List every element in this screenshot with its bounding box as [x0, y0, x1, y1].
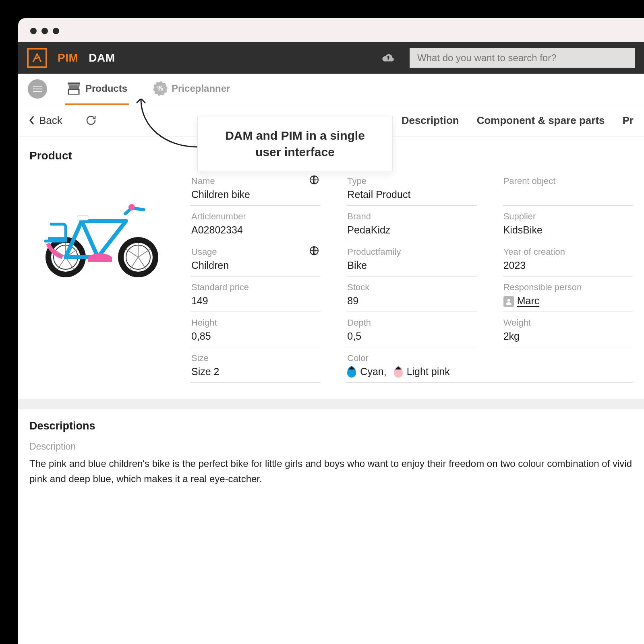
svg-rect-1 [68, 89, 79, 95]
field-price[interactable]: Standard price149 [191, 279, 321, 312]
browser-chrome: PIM DAM What do you want to search for? … [18, 18, 644, 644]
description-label: Description [29, 441, 633, 452]
subnav-products[interactable]: Products [67, 83, 127, 95]
back-button[interactable]: Back [29, 114, 62, 127]
field-responsible[interactable]: Responsible person Marc [503, 279, 633, 312]
nav-pim[interactable]: PIM [58, 52, 78, 64]
field-parent[interactable]: Parent object [503, 173, 633, 206]
descriptions-section: Descriptions Description The pink and bl… [18, 409, 644, 502]
store-icon [67, 83, 81, 95]
product-section: Product [18, 137, 644, 399]
refresh-icon[interactable] [85, 115, 97, 126]
section-title-descriptions: Descriptions [29, 420, 633, 432]
window-dot[interactable] [30, 28, 37, 34]
color-swatch-pink [394, 366, 403, 378]
field-productfamily[interactable]: ProductfamilyBike [346, 244, 476, 277]
person-icon [503, 296, 514, 307]
field-usage[interactable]: Usage Children [191, 244, 321, 277]
product-fields: Name Children bike TypeRetail Product Pa… [191, 173, 633, 383]
subnav-priceplanner[interactable]: % Priceplanner [154, 82, 230, 96]
tab-pr[interactable]: Pr [623, 114, 634, 127]
top-bar: PIM DAM What do you want to search for? [18, 42, 644, 74]
callout-box: DAM and PIM in a single user interface [197, 116, 393, 172]
svg-rect-20 [48, 237, 66, 241]
color-swatch-cyan [347, 366, 356, 378]
section-divider [18, 399, 644, 409]
svg-point-23 [507, 299, 510, 302]
tab-description[interactable]: Description [402, 114, 459, 127]
field-name[interactable]: Name Children bike [191, 173, 321, 206]
responsible-link[interactable]: Marc [517, 295, 540, 306]
globe-icon [309, 246, 319, 256]
svg-rect-18 [77, 215, 89, 220]
percent-icon: % [154, 82, 167, 95]
description-text: The pink and blue children's bike is the… [29, 456, 633, 486]
globe-icon [309, 175, 319, 185]
field-year[interactable]: Year of creation2023 [503, 244, 633, 277]
field-supplier[interactable]: SupplierKidsBike [503, 208, 633, 241]
content-area: Back Description Component & spare parts… [18, 104, 644, 644]
detail-tabs: Description Component & spare parts Pr [402, 114, 634, 127]
field-type[interactable]: TypeRetail Product [346, 173, 476, 206]
field-stock[interactable]: Stock89 [346, 279, 476, 312]
svg-point-19 [128, 204, 135, 211]
sub-navigation: Products % Priceplanner [18, 74, 644, 104]
field-weight[interactable]: Weight2kg [503, 314, 633, 347]
menu-button[interactable] [28, 79, 47, 99]
window-dot[interactable] [41, 28, 48, 34]
field-depth[interactable]: Depth0,5 [346, 314, 476, 347]
window-dot[interactable] [53, 28, 59, 34]
nav-dam[interactable]: DAM [89, 52, 115, 64]
field-color[interactable]: Color Cyan, Light pink [346, 350, 633, 383]
field-articlenumber[interactable]: ArticlenumberA02802334 [191, 208, 321, 241]
app-logo[interactable] [27, 48, 47, 68]
tab-spare-parts[interactable]: Component & spare parts [477, 114, 605, 127]
search-input[interactable]: What do you want to search for? [410, 48, 635, 68]
window-controls [18, 18, 644, 42]
upload-icon[interactable] [381, 53, 395, 63]
field-size[interactable]: SizeSize 2 [191, 350, 321, 383]
field-height[interactable]: Height0,85 [191, 314, 321, 347]
field-brand[interactable]: BrandPedaKidz [346, 208, 476, 241]
product-image[interactable] [29, 185, 174, 289]
chevron-left-icon [29, 115, 35, 126]
svg-rect-0 [68, 83, 80, 85]
